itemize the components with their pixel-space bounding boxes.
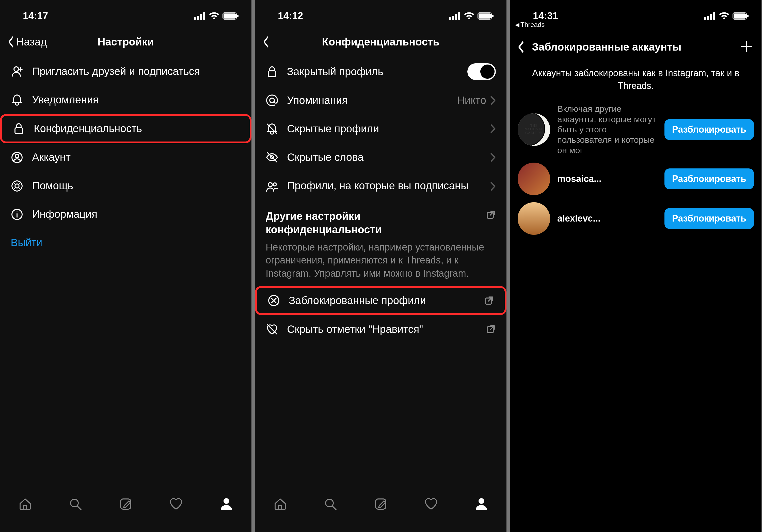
tab-home[interactable] — [16, 495, 34, 513]
battery-icon — [478, 12, 494, 20]
plus-icon — [740, 40, 753, 53]
avatar[interactable] — [518, 202, 550, 235]
search-icon — [323, 497, 338, 511]
nav-header: Заблокированные аккаунты — [510, 32, 761, 62]
section-other-privacy[interactable]: Другие настройки конфиденциальности — [255, 201, 506, 239]
chevron-left-icon — [263, 36, 270, 48]
external-link-icon — [486, 210, 496, 220]
row-hide-likes[interactable]: Скрыть отметки "Нравится" — [255, 315, 506, 343]
tab-activity[interactable] — [422, 495, 440, 513]
row-label: Профили, на которые вы подписаны — [287, 179, 468, 192]
tab-search[interactable] — [67, 495, 84, 513]
unblock-button[interactable]: Разблокировать — [664, 119, 754, 140]
info-icon — [11, 208, 23, 221]
row-account[interactable]: Аккаунт — [0, 143, 252, 172]
add-user-icon — [11, 65, 23, 78]
row-label: Закрытый профиль — [287, 65, 383, 79]
row-value: Никто — [457, 94, 486, 107]
blocked-account-row: mosaica... Разблокировать — [510, 159, 761, 199]
svg-point-32 — [268, 183, 272, 187]
unblock-button[interactable]: Разблокировать — [664, 169, 754, 189]
tab-activity[interactable] — [167, 495, 185, 513]
svg-point-7 — [14, 67, 19, 71]
user-circle-icon — [11, 151, 23, 164]
profile-icon — [474, 497, 489, 511]
row-label: Помощь — [32, 179, 73, 192]
row-help[interactable]: Помощь — [0, 172, 252, 200]
svg-line-17 — [77, 506, 81, 510]
svg-point-41 — [326, 499, 333, 507]
row-mentions[interactable]: Упоминания Никто — [255, 86, 506, 114]
row-label: Аккаунт — [32, 151, 71, 164]
row-label: Скрыть отметки "Нравится" — [287, 323, 423, 336]
svg-rect-50 — [733, 14, 746, 19]
svg-point-44 — [479, 498, 484, 504]
svg-rect-46 — [707, 16, 709, 20]
compose-icon — [118, 497, 133, 511]
row-following[interactable]: Профили, на которые вы подписаны — [255, 172, 506, 201]
chevron-left-icon — [8, 36, 15, 48]
cellular-icon — [704, 12, 716, 20]
nav-header: Назад Настройки — [0, 27, 252, 57]
row-private-profile[interactable]: Закрытый профиль — [255, 57, 506, 86]
toggle-private-profile[interactable] — [467, 63, 496, 80]
tab-profile[interactable] — [473, 495, 490, 513]
svg-rect-0 — [194, 17, 196, 20]
battery-icon — [222, 12, 239, 20]
account-name: mosaica... — [557, 174, 657, 184]
search-icon — [68, 497, 83, 511]
svg-rect-20 — [449, 17, 451, 20]
row-privacy[interactable]: Конфиденциальность — [0, 114, 252, 143]
compose-icon — [374, 497, 388, 511]
svg-point-16 — [71, 499, 78, 507]
status-back-app[interactable]: ◀ Threads — [515, 21, 545, 29]
tab-profile[interactable] — [217, 495, 235, 513]
avatar[interactable]: THENATIONALGALLERY — [518, 113, 550, 146]
blocked-desc: Аккаунты заблокированы как в Instagram, … — [510, 62, 761, 100]
back-button[interactable] — [263, 36, 270, 48]
back-button[interactable]: Назад — [8, 36, 47, 48]
home-icon — [18, 497, 32, 511]
tab-search[interactable] — [322, 495, 339, 513]
row-blocked-profiles[interactable]: Заблокированные профили — [255, 286, 506, 315]
back-button[interactable] — [518, 41, 525, 53]
profile-icon — [219, 497, 233, 511]
add-button[interactable] — [740, 40, 753, 54]
tab-bar — [255, 486, 506, 532]
tab-compose[interactable] — [372, 495, 390, 513]
blocked-account-row: THENATIONALGALLERY Включая другие аккаун… — [510, 100, 761, 159]
svg-rect-2 — [200, 14, 202, 20]
screen-privacy: 14:12 Конфиденциальность Закрытый профил… — [255, 0, 506, 532]
tab-home[interactable] — [271, 495, 289, 513]
svg-rect-26 — [492, 15, 494, 17]
settings-list: Пригласить друзей и подписаться Уведомле… — [0, 57, 252, 257]
battery-icon — [732, 12, 749, 20]
svg-point-33 — [273, 183, 276, 186]
row-info[interactable]: Информация — [0, 200, 252, 229]
row-muted-profiles[interactable]: Скрытые профили — [255, 114, 506, 143]
svg-rect-6 — [237, 15, 239, 17]
row-label: Пригласить друзей и подписаться — [32, 65, 200, 78]
heart-icon — [169, 497, 183, 511]
row-notifications[interactable]: Уведомления — [0, 86, 252, 114]
unblock-button[interactable]: Разблокировать — [664, 208, 754, 229]
section-desc: Некоторые настройки, например установлен… — [255, 239, 506, 286]
avatar[interactable] — [518, 163, 550, 195]
svg-rect-3 — [203, 12, 205, 20]
chevron-left-icon — [518, 41, 525, 53]
lock-icon — [266, 65, 278, 78]
at-icon — [266, 94, 278, 107]
row-label: Информация — [32, 207, 97, 221]
page-title: Конфиденциальность — [322, 36, 439, 48]
tab-compose[interactable] — [117, 495, 135, 513]
row-logout[interactable]: Выйти — [0, 229, 252, 257]
svg-point-15 — [17, 211, 18, 212]
row-invite-friends[interactable]: Пригласить друзей и подписаться — [0, 57, 252, 86]
heart-off-icon — [266, 323, 278, 336]
triangle-left-icon: ◀ — [515, 22, 519, 28]
status-time: 14:12 — [268, 10, 303, 21]
row-hidden-words[interactable]: Скрытые слова — [255, 143, 506, 172]
row-label: Конфиденциальность — [34, 122, 142, 135]
wifi-icon — [719, 12, 729, 20]
privacy-list-top: Закрытый профиль Упоминания Никто Скрыты… — [255, 57, 506, 201]
